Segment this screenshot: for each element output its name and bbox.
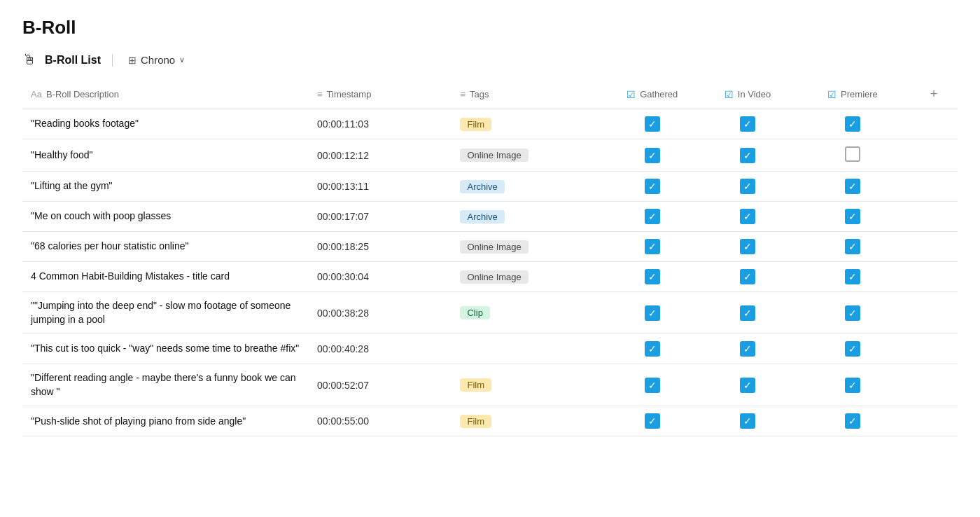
checkbox-premiere[interactable]: ✓ [845,413,860,429]
checkbox-gathered[interactable]: ✓ [645,239,660,254]
cell-gathered[interactable]: ✓ [605,232,700,262]
cell-gathered[interactable]: ✓ [605,262,700,292]
cell-premiere[interactable]: ✓ [795,364,910,406]
checkbox-invideo[interactable]: ✓ [740,378,755,393]
table-row: "Reading books footage"00:00:11:03Film✓✓… [22,109,958,139]
checkbox-gathered[interactable]: ✓ [645,179,660,194]
cell-invideo[interactable]: ✓ [700,334,795,364]
checkbox-invideo[interactable]: ✓ [740,305,755,321]
cell-invideo[interactable]: ✓ [700,109,795,139]
checkbox-premiere[interactable]: ✓ [845,116,860,132]
cell-invideo[interactable]: ✓ [700,364,795,406]
tag-badge[interactable]: Online Image [460,240,528,254]
cell-invideo[interactable]: ✓ [700,202,795,232]
checkbox-invideo[interactable]: ✓ [740,341,755,357]
cell-desc: "68 calories per hour statistic online" [22,232,309,262]
cell-premiere[interactable]: ✓ [795,202,910,232]
checkbox-premiere[interactable]: ✓ [845,305,860,321]
cell-gathered[interactable]: ✓ [605,109,700,139]
checkbox-premiere[interactable]: ✓ [845,179,860,194]
checkbox-invideo[interactable]: ✓ [740,148,755,163]
tag-badge[interactable]: Film [460,378,491,392]
view-selector-button[interactable]: ⊞ Chrono ∨ [124,51,189,69]
col-label-desc: B-Roll Description [46,89,119,99]
checkbox-invideo[interactable]: ✓ [740,269,755,284]
cell-gathered[interactable]: ✓ [605,334,700,364]
cell-premiere[interactable]: ✓ [795,109,910,139]
cell-gathered[interactable]: ✓ [605,202,700,232]
cell-premiere[interactable]: ✓ [795,172,910,202]
cell-add [910,292,958,334]
cell-tag: Online Image [451,139,604,172]
cell-invideo[interactable]: ✓ [700,232,795,262]
cell-desc: "Me on couch with poop glasses [22,202,309,232]
cell-invideo[interactable]: ✓ [700,406,795,436]
cell-premiere[interactable]: ✓ [795,262,910,292]
checkbox-invideo[interactable]: ✓ [740,239,755,254]
cell-premiere[interactable]: ✓ [795,406,910,436]
timestamp-value: 00:00:12:12 [317,150,369,161]
grid-icon: ⊞ [128,55,136,66]
add-column-button[interactable]: + [926,85,942,103]
col-header-tags: ≡ Tags [451,80,604,109]
table-row: "Lifting at the gym"00:00:13:11Archive✓✓… [22,172,958,202]
timestamp-value: 00:00:11:03 [317,118,369,130]
toolbar-divider [112,54,113,67]
cell-invideo[interactable]: ✓ [700,172,795,202]
tag-badge[interactable]: Online Image [460,149,528,162]
table-row: "This cut is too quick - "way" needs som… [22,334,958,364]
checkbox-gathered[interactable]: ✓ [645,116,660,132]
cell-timestamp: 00:00:38:28 [309,292,451,334]
cell-add [910,334,958,364]
tag-badge[interactable]: Film [460,415,491,428]
checkbox-gathered[interactable]: ✓ [645,148,660,163]
checkbox-premiere[interactable] [845,146,860,162]
cell-invideo[interactable]: ✓ [700,262,795,292]
cell-premiere[interactable]: ✓ [795,334,910,364]
checkbox-gathered[interactable]: ✓ [645,341,660,357]
cell-timestamp: 00:00:40:28 [309,334,451,364]
table-row: "Me on couch with poop glasses00:00:17:0… [22,202,958,232]
cell-gathered[interactable]: ✓ [605,172,700,202]
checkbox-gathered[interactable]: ✓ [645,413,660,429]
checkbox-invideo[interactable]: ✓ [740,209,755,224]
checkbox-gathered[interactable]: ✓ [645,378,660,393]
checkbox-premiere[interactable]: ✓ [845,239,860,254]
cell-timestamp: 00:00:18:25 [309,232,451,262]
checkbox-invideo[interactable]: ✓ [740,116,755,132]
desc-text: "Different reading angle - maybe there's… [31,372,296,397]
cell-invideo[interactable]: ✓ [700,292,795,334]
cell-desc: "Lifting at the gym" [22,172,309,202]
cell-gathered[interactable]: ✓ [605,292,700,334]
tag-badge[interactable]: Archive [460,210,504,223]
checkbox-gathered[interactable]: ✓ [645,305,660,321]
checkbox-gathered[interactable]: ✓ [645,209,660,224]
cell-premiere[interactable] [795,139,910,172]
col-header-premiere: ☑ Premiere [795,80,910,109]
checkbox-premiere[interactable]: ✓ [845,341,860,357]
checkbox-premiere[interactable]: ✓ [845,378,860,393]
cell-invideo[interactable]: ✓ [700,139,795,172]
checkbox-premiere[interactable]: ✓ [845,269,860,284]
cell-gathered[interactable]: ✓ [605,406,700,436]
tag-badge[interactable]: Film [460,118,491,131]
cell-premiere[interactable]: ✓ [795,232,910,262]
cell-tag [451,334,604,364]
cell-premiere[interactable]: ✓ [795,292,910,334]
cell-gathered[interactable]: ✓ [605,139,700,172]
checkbox-gathered[interactable]: ✓ [645,269,660,284]
tag-badge[interactable]: Online Image [460,270,528,284]
col-header-add[interactable]: + [910,80,958,109]
tag-badge[interactable]: Archive [460,180,504,193]
tag-badge[interactable]: Clip [460,306,489,319]
timestamp-value: 00:00:17:07 [317,211,369,222]
cell-tag: Archive [451,172,604,202]
cell-gathered[interactable]: ✓ [605,364,700,406]
checkbox-invideo[interactable]: ✓ [740,179,755,194]
cell-tag: Film [451,406,604,436]
checkbox-invideo[interactable]: ✓ [740,413,755,429]
table-row: "68 calories per hour statistic online"0… [22,232,958,262]
cell-timestamp: 00:00:17:07 [309,202,451,232]
cell-add [910,202,958,232]
checkbox-premiere[interactable]: ✓ [845,209,860,224]
